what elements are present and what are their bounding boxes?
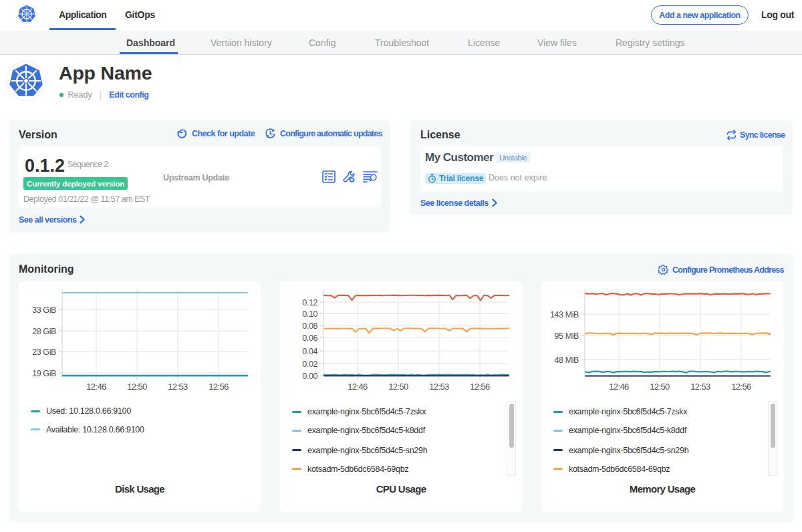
svg-text:95 MiB: 95 MiB xyxy=(554,331,579,341)
svg-text:0.00: 0.00 xyxy=(302,372,317,381)
svg-text:12:50: 12:50 xyxy=(127,382,147,392)
svg-text:0.12: 0.12 xyxy=(302,298,317,307)
svg-text:0.02: 0.02 xyxy=(302,360,317,369)
svg-text:12:56: 12:56 xyxy=(209,382,229,392)
svg-text:12:46: 12:46 xyxy=(348,382,368,392)
svg-text:12:46: 12:46 xyxy=(86,382,106,392)
svg-text:23 GiB: 23 GiB xyxy=(32,348,56,357)
svg-text:12:56: 12:56 xyxy=(731,382,751,392)
svg-text:0.10: 0.10 xyxy=(302,309,317,319)
svg-text:48 MiB: 48 MiB xyxy=(554,356,579,365)
svg-text:28 GiB: 28 GiB xyxy=(32,327,56,336)
svg-text:19 GiB: 19 GiB xyxy=(32,369,56,378)
svg-text:12:50: 12:50 xyxy=(650,382,670,392)
svg-text:0.08: 0.08 xyxy=(302,321,317,331)
svg-text:12:56: 12:56 xyxy=(470,382,490,392)
svg-text:12:46: 12:46 xyxy=(609,382,629,392)
svg-text:0.04: 0.04 xyxy=(302,347,317,356)
svg-text:33 GiB: 33 GiB xyxy=(32,305,56,315)
svg-text:12:50: 12:50 xyxy=(388,382,408,392)
svg-text:12:53: 12:53 xyxy=(168,382,188,392)
svg-text:143 MiB: 143 MiB xyxy=(550,310,579,319)
svg-text:12:53: 12:53 xyxy=(690,382,710,392)
svg-text:12:53: 12:53 xyxy=(429,382,449,392)
svg-text:0.06: 0.06 xyxy=(302,334,317,343)
